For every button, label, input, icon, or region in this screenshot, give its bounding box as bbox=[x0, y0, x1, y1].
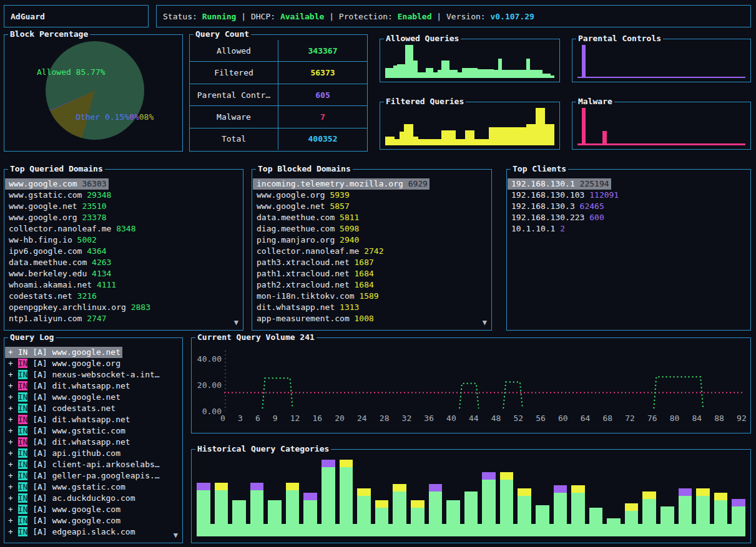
panel-title: Query Log bbox=[8, 332, 56, 342]
separator: | bbox=[436, 12, 441, 21]
domain-list-item[interactable]: path2.xtracloud.net 1684 bbox=[253, 279, 491, 291]
domain-list-item[interactable]: codestats.net 3216 bbox=[5, 291, 242, 302]
query-log-item[interactable]: + IN [A] www.gstatic.com bbox=[5, 482, 182, 493]
panel-title: Top Blocked Domains bbox=[256, 164, 353, 173]
historical-bar bbox=[714, 460, 728, 536]
x-tick: 20 bbox=[335, 414, 345, 423]
domain-list-item[interactable]: www.google.org 5939 bbox=[253, 190, 491, 201]
domain-list-item[interactable]: dit.whatsapp.net 1313 bbox=[253, 302, 491, 313]
domain-list-item[interactable]: www.google.org 23378 bbox=[5, 212, 242, 223]
domain-list-item[interactable]: ww-hb.fing.io 5002 bbox=[5, 235, 242, 246]
record-type: [A] bbox=[32, 493, 47, 503]
domain-list-item[interactable]: www.berkeley.edu 4134 bbox=[5, 268, 242, 279]
domain-count: 6929 bbox=[408, 179, 428, 188]
domain-list-item[interactable]: whoami.akamai.net 4111 bbox=[5, 279, 242, 291]
domain-list-item[interactable]: path3.xtracloud.net 1687 bbox=[253, 257, 491, 268]
domain-list-item[interactable]: openpgpkey.archlinux.org 2883 bbox=[5, 302, 242, 313]
query-log-item[interactable]: + IN [A] www.google.com bbox=[5, 515, 182, 526]
record-type: [A] bbox=[32, 381, 47, 390]
query-log-item[interactable]: + IN [A] dit.whatsapp.net bbox=[5, 437, 182, 448]
scroll-down-indicator[interactable]: ▼ bbox=[483, 318, 487, 327]
query-log-item[interactable]: + IN [A] www.google.net bbox=[5, 347, 122, 358]
domain-list-item[interactable]: www.google.net 5857 bbox=[253, 201, 491, 212]
query-log-item[interactable]: + IN [A] nexus-websocket-a.int… bbox=[5, 369, 182, 380]
domain-text: dit.whatsapp.net bbox=[257, 303, 335, 312]
malware-panel: Malware bbox=[572, 102, 751, 150]
historical-bar bbox=[357, 460, 371, 536]
top-blocked-domains-panel: Top Blocked Domains incoming.telemetry.m… bbox=[252, 169, 492, 331]
domain-list-item[interactable]: www.google.net 23510 bbox=[5, 201, 242, 212]
client-list-item[interactable]: 10.1.10.1 2 bbox=[508, 223, 750, 235]
historical-bar bbox=[446, 460, 460, 536]
client-count: 225194 bbox=[580, 179, 609, 188]
domain-list-item[interactable]: ipv6.google.com 4364 bbox=[5, 246, 242, 257]
client-list-item[interactable]: 192.168.130.103 112091 bbox=[508, 190, 750, 201]
log-prefix: + bbox=[8, 493, 13, 503]
domain-list-item[interactable]: collector.nanoleaf.me 2742 bbox=[253, 246, 491, 257]
client-ip: 192.168.130.223 bbox=[511, 213, 584, 222]
domain-list-item[interactable]: www.gstatic.com 29348 bbox=[5, 190, 242, 201]
record-type: [A] bbox=[32, 448, 47, 458]
query-log-item[interactable]: + IN [A] www.google.com bbox=[5, 504, 182, 515]
x-tick: 72 bbox=[625, 414, 635, 423]
allowed-queries-sparkline bbox=[385, 45, 554, 78]
domain-list-item[interactable]: path1.xtracloud.net 1684 bbox=[253, 268, 491, 279]
record-type: [A] bbox=[32, 426, 47, 435]
query-log-item[interactable]: + IN [A] codestats.net bbox=[5, 403, 182, 414]
domain-list-item[interactable]: app-measurement.com 1008 bbox=[253, 313, 491, 324]
historical-bar bbox=[429, 460, 443, 536]
query-log-item[interactable]: + IN [A] geller-pa.googleapis.… bbox=[5, 470, 182, 482]
log-prefix: + bbox=[8, 527, 13, 536]
query-count-label: Malware bbox=[190, 106, 278, 127]
malware-sparkline bbox=[577, 108, 745, 145]
domain-text: incoming.telemetry.mozilla.org bbox=[257, 179, 403, 188]
domain-list-item[interactable]: mon-i18n.tiktokv.com 1589 bbox=[253, 291, 491, 302]
log-domain: www.google.org bbox=[52, 359, 120, 368]
historical-bar bbox=[322, 460, 335, 536]
log-domain: client-api.arkoselabs… bbox=[52, 460, 159, 469]
x-tick: 80 bbox=[670, 414, 680, 423]
query-log-item[interactable]: + IN [A] edgeapi.slack.com bbox=[5, 526, 182, 538]
client-list-item[interactable]: 192.168.130.223 600 bbox=[508, 212, 750, 223]
query-log-item[interactable]: + IN [A] api.github.com bbox=[5, 448, 182, 459]
query-log-item[interactable]: + IN [A] www.gstatic.com bbox=[5, 425, 182, 437]
scroll-down-indicator[interactable]: ▼ bbox=[234, 318, 238, 327]
domain-list-item[interactable]: ping.manjaro.org 2940 bbox=[253, 235, 491, 246]
domain-text: codestats.net bbox=[9, 291, 72, 301]
scroll-down-indicator[interactable]: ▼ bbox=[174, 531, 178, 540]
query-log-item[interactable]: + IN [A] ac.duckduckgo.com bbox=[5, 493, 182, 504]
domain-list-item[interactable]: data.meethue.com 5811 bbox=[253, 212, 491, 223]
x-tick: 32 bbox=[402, 414, 412, 423]
domain-text: path1.xtracloud.net bbox=[257, 269, 350, 278]
log-prefix: + bbox=[8, 437, 13, 447]
domain-list-item[interactable]: www.google.com 36303 bbox=[5, 178, 109, 190]
query-log-item[interactable]: + IN [A] client-api.arkoselabs… bbox=[5, 459, 182, 470]
log-prefix: + bbox=[8, 381, 13, 390]
domain-count: 4263 bbox=[92, 258, 111, 267]
domain-list-item[interactable]: incoming.telemetry.mozilla.org 6929 bbox=[253, 178, 430, 190]
domain-list-item[interactable]: diag.meethue.com 5098 bbox=[253, 223, 491, 235]
domain-list-item[interactable]: data.meethue.com 4263 bbox=[5, 257, 242, 268]
historical-bar bbox=[268, 460, 282, 536]
x-tick: 36 bbox=[424, 414, 434, 423]
historical-bar bbox=[500, 460, 514, 536]
top-queried-domains-panel: Top Queried Domains www.google.com 36303… bbox=[4, 169, 243, 331]
record-type: [A] bbox=[32, 460, 47, 469]
panel-title: Query Count bbox=[194, 29, 251, 39]
domain-count: 5857 bbox=[330, 201, 349, 211]
historical-bar bbox=[482, 460, 496, 536]
client-list-item[interactable]: 192.168.130.3 62465 bbox=[508, 201, 750, 212]
query-log-item[interactable]: + IN [A] www.google.net bbox=[5, 392, 182, 403]
domain-list-item[interactable]: ntp1.aliyun.com 2747 bbox=[5, 313, 242, 324]
domain-text: www.google.net bbox=[9, 201, 77, 211]
status-value: Running bbox=[202, 12, 237, 21]
status-bar: Status: Running | DHCP: Available | Prot… bbox=[156, 5, 751, 27]
client-list-item[interactable]: 192.168.130.1 225194 bbox=[508, 178, 611, 190]
query-log-item[interactable]: + IN [A] dit.whatsapp.net bbox=[5, 380, 182, 392]
domain-count: 3216 bbox=[77, 291, 97, 301]
domain-list-item[interactable]: collector.nanoleaf.me 8348 bbox=[5, 223, 242, 235]
query-log-item[interactable]: + IN [A] dit.whatsapp.net bbox=[5, 414, 182, 425]
query-count-row: Total 400352 bbox=[190, 128, 367, 150]
historical-bar bbox=[464, 460, 478, 536]
query-log-item[interactable]: + IN [A] www.google.org bbox=[5, 358, 182, 369]
